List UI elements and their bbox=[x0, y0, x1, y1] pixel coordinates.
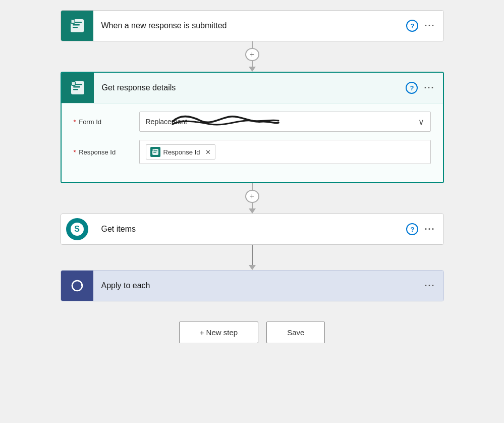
forms-icon bbox=[69, 17, 86, 34]
form-id-required-star: * bbox=[74, 118, 76, 126]
step-apply-each-icon-container bbox=[61, 271, 93, 301]
step-get-response-icon bbox=[62, 73, 94, 103]
save-button[interactable]: Save bbox=[266, 322, 325, 343]
svg-rect-9 bbox=[73, 89, 78, 90]
form-id-dropdown-arrow[interactable]: ∨ bbox=[418, 117, 424, 127]
bottom-actions: + New step Save bbox=[179, 322, 325, 343]
step-get-response-body: * Form Id Replacement ∨ * Response bbox=[62, 103, 443, 182]
step-trigger-header[interactable]: When a new response is submitted ? ··· bbox=[61, 11, 443, 41]
sharepoint-inner: S bbox=[71, 223, 84, 236]
step-trigger-card: When a new response is submitted ? ··· bbox=[61, 10, 444, 41]
connector-line-top-2 bbox=[252, 183, 253, 190]
form-id-input[interactable]: Replacement ∨ bbox=[139, 112, 431, 132]
svg-rect-14 bbox=[153, 152, 156, 153]
step-trigger-actions: ? ··· bbox=[406, 20, 443, 32]
add-step-button-2[interactable]: + bbox=[245, 190, 259, 203]
form-id-value: Replacement bbox=[146, 118, 188, 126]
step-trigger-icon bbox=[61, 11, 93, 41]
more-icon-get-response[interactable]: ··· bbox=[424, 83, 434, 93]
loop-icon bbox=[70, 278, 85, 293]
step-apply-each-title: Apply to each bbox=[93, 281, 425, 290]
response-id-tag-icon bbox=[150, 147, 160, 157]
forms-icon-2 bbox=[69, 79, 86, 96]
response-id-tag: Response Id ✕ bbox=[146, 144, 215, 160]
svg-rect-5 bbox=[71, 20, 74, 23]
form-id-row: * Form Id Replacement ∨ bbox=[74, 112, 431, 132]
svg-rect-11 bbox=[72, 82, 75, 85]
help-icon-get-items[interactable]: ? bbox=[406, 223, 418, 235]
form-id-label-text: Form Id bbox=[79, 118, 101, 126]
connector-1: + bbox=[245, 41, 259, 72]
flow-canvas: When a new response is submitted ? ··· + bbox=[0, 0, 504, 423]
connector-2: + bbox=[245, 183, 259, 214]
response-id-tag-label: Response Id bbox=[163, 148, 200, 156]
step-get-response-header[interactable]: Get response details ? ··· bbox=[62, 73, 443, 103]
svg-rect-3 bbox=[73, 27, 78, 28]
step-get-items-actions: ? ··· bbox=[406, 223, 443, 235]
step-apply-each-card: Apply to each ··· bbox=[61, 270, 444, 301]
svg-rect-8 bbox=[73, 86, 80, 88]
simple-line bbox=[252, 245, 253, 266]
response-id-label-text: Response Id bbox=[79, 148, 116, 156]
sharepoint-icon: S bbox=[66, 218, 88, 240]
step-get-items-card: S Get items ? ··· bbox=[61, 214, 444, 245]
sharepoint-s: S bbox=[74, 225, 80, 234]
connector-arrow-2 bbox=[249, 208, 256, 214]
step-get-response-actions: ? ··· bbox=[406, 82, 442, 94]
simple-connector bbox=[249, 245, 256, 270]
response-id-row: * Response Id bbox=[74, 140, 431, 164]
svg-rect-2 bbox=[73, 24, 80, 26]
step-get-response-card: Get response details ? ··· * Form Id Rep… bbox=[61, 72, 444, 183]
connector-arrow-1 bbox=[249, 67, 256, 72]
response-id-tag-close[interactable]: ✕ bbox=[205, 148, 211, 156]
step-get-items-title: Get items bbox=[93, 225, 407, 234]
form-id-label: * Form Id bbox=[74, 118, 139, 126]
step-apply-each-actions: ··· bbox=[424, 281, 443, 291]
simple-arrow bbox=[249, 265, 256, 270]
more-icon-trigger[interactable]: ··· bbox=[424, 21, 435, 31]
connector-line-top-1 bbox=[252, 41, 253, 48]
help-icon-trigger[interactable]: ? bbox=[406, 20, 418, 32]
response-id-label: * Response Id bbox=[74, 148, 139, 156]
step-get-response-title: Get response details bbox=[94, 83, 406, 92]
forms-tag-icon bbox=[152, 148, 159, 155]
step-get-items-header[interactable]: S Get items ? ··· bbox=[61, 214, 443, 244]
more-icon-apply-each[interactable]: ··· bbox=[424, 281, 435, 291]
add-step-button-1[interactable]: + bbox=[245, 48, 259, 61]
response-id-required-star: * bbox=[74, 148, 76, 156]
more-icon-get-items[interactable]: ··· bbox=[424, 224, 435, 235]
step-apply-each-header[interactable]: Apply to each ··· bbox=[61, 271, 443, 301]
new-step-button[interactable]: + New step bbox=[179, 322, 258, 343]
step-get-items-icon-container: S bbox=[61, 214, 93, 244]
step-trigger-title: When a new response is submitted bbox=[93, 21, 407, 30]
help-icon-get-response[interactable]: ? bbox=[406, 82, 418, 94]
svg-rect-16 bbox=[152, 149, 154, 151]
response-id-input[interactable]: Response Id ✕ bbox=[139, 140, 431, 164]
